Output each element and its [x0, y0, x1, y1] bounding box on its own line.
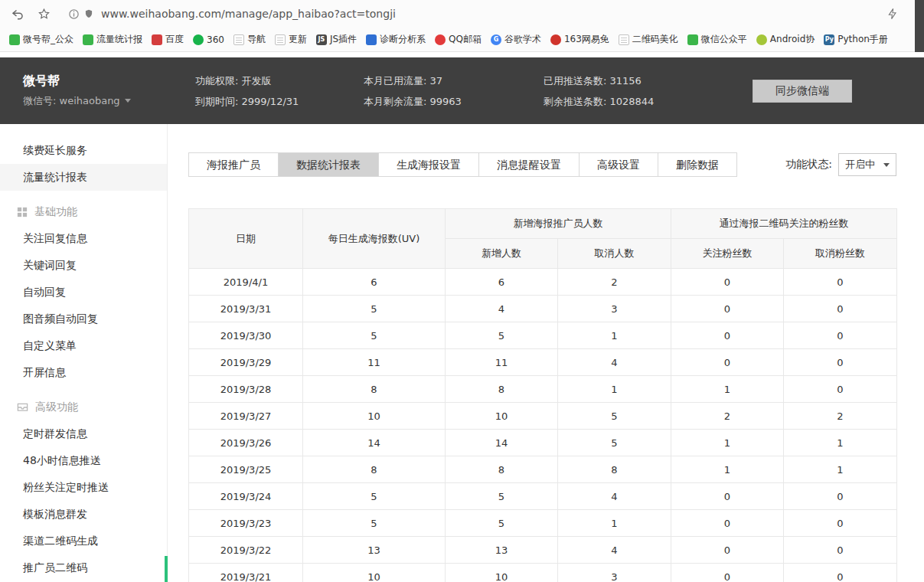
table-cell: 4	[558, 349, 671, 376]
table-cell: 1	[558, 376, 671, 403]
account-dropdown[interactable]: 微信号: weihaobang	[23, 91, 195, 111]
bookmark-item[interactable]: PyPython手册	[819, 31, 893, 49]
sidebar-item[interactable]: 粉丝关注定时推送	[0, 474, 167, 501]
sidebar-section-header: 高级功能	[0, 394, 167, 420]
sidebar-item[interactable]: 定时群发信息	[0, 420, 167, 447]
table-cell: 10	[303, 564, 446, 582]
table-cell: 2	[784, 403, 897, 430]
bookmark-item[interactable]: 360	[188, 31, 229, 49]
table-cell: 1	[671, 456, 784, 483]
table-cell: 8	[558, 456, 671, 483]
tabs-row: 海报推广员数据统计报表生成海报设置消息提醒设置高级设置删除数据 功能状态: 开启…	[188, 152, 896, 177]
table-row: 2019/3/211010300	[189, 564, 897, 582]
sidebar-item[interactable]: 关键词回复	[0, 252, 167, 279]
column-subheader: 新增人数	[446, 239, 558, 269]
tab[interactable]: 高级设置	[579, 152, 658, 177]
bookmark-item[interactable]: 流量统计报	[78, 31, 147, 49]
page-favicon-icon	[233, 34, 244, 45]
bookmark-item[interactable]: 微信公众平	[683, 31, 752, 49]
stat-value: 开发版	[241, 75, 271, 87]
header-stat: 已用推送条数:31156	[544, 70, 720, 91]
bookmark-item[interactable]: 二维码美化	[614, 31, 683, 49]
table-body: 2019/4/1662002019/3/31543002019/3/305510…	[189, 269, 897, 582]
stat-value: 37	[429, 75, 442, 87]
column-header: 新增海报推广员人数	[446, 209, 671, 239]
stats-table: 日期每日生成海报数(UV)新增海报推广员人数通过海报二维码关注的粉丝数新增人数取…	[188, 208, 897, 582]
stat-label: 已用推送条数:	[544, 75, 606, 87]
bookmark-item[interactable]: 导航	[229, 31, 270, 49]
back-icon[interactable]	[11, 7, 24, 21]
table-cell: 0	[784, 537, 897, 564]
table-cell: 0	[784, 564, 897, 582]
shield-icon	[83, 8, 95, 20]
header-stat: 本月剩余流量:99963	[364, 91, 544, 112]
address-bar[interactable]: www.weihaobang.com/manage/app_haibao?act…	[67, 3, 872, 25]
app-title: 微号帮	[23, 71, 195, 91]
favorites-star-icon[interactable]	[37, 7, 51, 21]
android-favicon-icon	[756, 34, 767, 45]
page-top-gap	[0, 52, 924, 57]
sidebar-section-label: 基础功能	[34, 205, 77, 219]
sidebar-item[interactable]: 渠道二维码生成	[0, 528, 167, 554]
header-stats: 功能权限:开发版到期时间:2999/12/31本月已用流量:37本月剩余流量:9…	[195, 70, 720, 112]
sidebar-item[interactable]: 模板消息群发	[0, 501, 167, 528]
table-cell: 5	[303, 296, 446, 322]
bookmark-label: 诊断分析系	[380, 33, 426, 46]
table-row: 2019/3/291111400	[189, 349, 897, 376]
bookmark-item[interactable]: 163网易免	[546, 31, 614, 49]
bookmark-label: 360	[207, 34, 224, 45]
sync-wechat-button[interactable]: 同步微信端	[753, 80, 852, 103]
table-cell: 1	[784, 430, 897, 456]
table-row: 2019/3/221313400	[189, 537, 897, 564]
header-stat: 剩余推送条数:1028844	[544, 91, 720, 112]
lightning-icon[interactable]	[886, 7, 900, 21]
sidebar-item[interactable]: 自定义菜单	[0, 332, 167, 359]
sidebar-item[interactable]: 续费延长服务	[0, 137, 167, 164]
sidebar: 续费延长服务流量统计报表基础功能关注回复信息关键词回复自动回复图音频自动回复自定…	[0, 124, 168, 582]
sidebar-item[interactable]: 自动回复	[0, 279, 167, 306]
header-stat: 本月已用流量:37	[364, 70, 544, 91]
table-cell: 1	[784, 456, 897, 483]
table-cell: 2019/3/28	[189, 376, 303, 403]
google-favicon-icon: G	[491, 34, 501, 45]
tab[interactable]: 删除数据	[658, 152, 737, 177]
table-cell: 5	[303, 510, 446, 537]
tab[interactable]: 海报推广员	[188, 152, 279, 177]
table-cell: 5	[303, 483, 446, 510]
sidebar-item[interactable]: 关注回复信息	[0, 225, 167, 252]
sidebar-item[interactable]: 48小时信息推送	[0, 447, 167, 474]
table-cell: 0	[784, 510, 897, 537]
bookmark-item[interactable]: 微号帮_公众	[5, 31, 78, 49]
sidebar-scrollbar[interactable]	[165, 556, 168, 582]
table-cell: 1	[671, 430, 784, 456]
tab[interactable]: 数据统计报表	[278, 152, 379, 177]
bookmark-label: Android协	[770, 33, 815, 46]
bookmark-item[interactable]: Android协	[752, 31, 819, 49]
table-cell: 8	[446, 456, 558, 483]
bookmark-item[interactable]: QQ邮箱	[430, 31, 486, 49]
sidebar-item[interactable]: 推广员二维码	[0, 554, 167, 581]
sidebar-item[interactable]: 流量统计报表	[0, 164, 167, 191]
tab[interactable]: 生成海报设置	[378, 152, 479, 177]
sidebar-item[interactable]: 开屏信息	[0, 359, 167, 386]
column-header: 每日生成海报数(UV)	[303, 209, 446, 269]
page-body: 续费延长服务流量统计报表基础功能关注回复信息关键词回复自动回复图音频自动回复自定…	[0, 124, 924, 582]
column-header: 日期	[189, 209, 303, 269]
browser-side-panel-toggle[interactable]	[915, 0, 924, 52]
bookmark-item[interactable]: 更新	[270, 31, 312, 49]
status-select[interactable]: 开启中	[838, 153, 896, 176]
bookmark-item[interactable]: 百度	[147, 31, 188, 49]
sidebar-section-label: 高级功能	[35, 401, 78, 414]
table-cell: 8	[446, 376, 558, 403]
sidebar-item[interactable]: 图音频自动回复	[0, 306, 167, 332]
bookmark-label: 谷歌学术	[504, 33, 541, 46]
stat-column: 功能权限:开发版到期时间:2999/12/31	[195, 70, 364, 112]
header-stat: 功能权限:开发版	[195, 70, 364, 91]
bookmark-item[interactable]: G谷歌学术	[486, 31, 546, 49]
tab[interactable]: 消息提醒设置	[478, 152, 580, 177]
table-cell: 13	[303, 537, 446, 564]
bookmark-item[interactable]: JSJS插件	[312, 31, 361, 49]
bookmark-item[interactable]: 诊断分析系	[361, 31, 430, 49]
main-content: 海报推广员数据统计报表生成海报设置消息提醒设置高级设置删除数据 功能状态: 开启…	[168, 124, 924, 582]
wechat-favicon-icon	[9, 34, 20, 45]
